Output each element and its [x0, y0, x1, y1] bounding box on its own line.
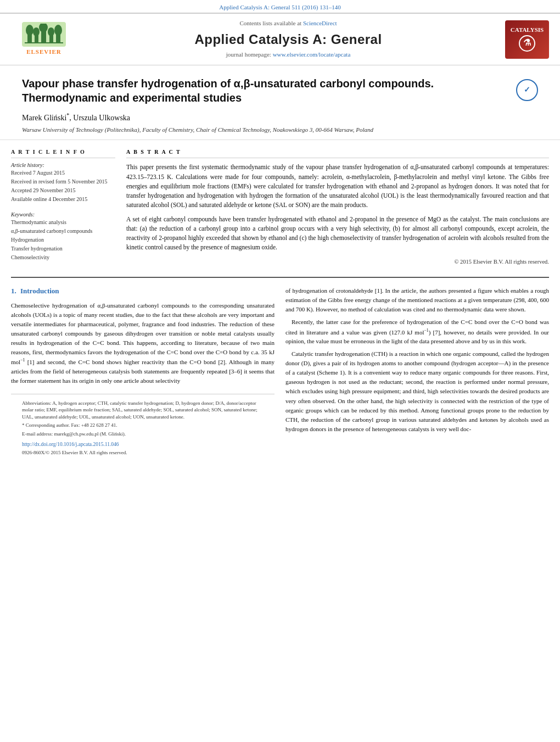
- article-affiliation: Warsaw University of Technology (Politec…: [22, 126, 538, 134]
- intro-para-1: Chemoselective hydrogenation of α,β-unsa…: [11, 301, 275, 386]
- elsevier-tree-icon: [22, 22, 66, 47]
- svg-rect-10: [25, 42, 63, 43]
- keyword-5: Chemoselectivity: [11, 254, 115, 261]
- keyword-4: Transfer hydrogenation: [11, 245, 115, 253]
- elsevier-logo: ELSEVIER: [11, 22, 77, 56]
- revised-date: Received in revised form 5 November 2015: [11, 178, 115, 186]
- article-info-column: A R T I C L E I N F O Article history: R…: [11, 148, 115, 266]
- accepted-date: Accepted 29 November 2015: [11, 187, 115, 194]
- article-title-section: Vapour phase transfer hydrogenation of α…: [0, 65, 560, 141]
- catalysis-circle-icon: ⚗: [519, 35, 535, 52]
- abstract-text: This paper presents the first systematic…: [126, 163, 549, 252]
- elsevier-text: ELSEVIER: [26, 48, 61, 56]
- crossmark-icon: ✓: [524, 85, 530, 96]
- catalysis-logo-area: CATALYSIS ⚗: [500, 20, 549, 59]
- keyword-2: α,β-unsaturated carbonyl compounds: [11, 227, 115, 235]
- keywords-section: Keywords: Thermodynamic analysis α,β-uns…: [11, 211, 115, 261]
- section-divider: [11, 277, 549, 278]
- elsevier-logo-area: ELSEVIER: [11, 22, 77, 56]
- svg-point-5: [39, 24, 48, 32]
- introduction-text: Chemoselective hydrogenation of α,β-unsa…: [11, 301, 275, 386]
- article-info-abstract: A R T I C L E I N F O Article history: R…: [0, 140, 560, 277]
- journal-ref-text: Applied Catalysis A: General 511 (2016) …: [219, 4, 340, 10]
- right-para-3: Catalytic transfer hydrogenation (CTH) i…: [285, 349, 549, 433]
- abstract-title: A B S T R A C T: [126, 148, 549, 158]
- email-footnote: E-mail address: marekg@ch.pw.edu.pl (M. …: [22, 431, 264, 438]
- main-content: 1. Introduction Chemoselective hydrogena…: [0, 286, 560, 459]
- article-authors: Marek Gliński*, Urszula Ulkowska: [22, 111, 538, 123]
- sciencedirect-link[interactable]: ScienceDirect: [303, 20, 337, 26]
- contents-link: Contents lists available at ScienceDirec…: [77, 19, 500, 27]
- copyright-text: © 2015 Elsevier B.V. All rights reserved…: [126, 258, 549, 266]
- contents-text: Contents lists available at: [239, 20, 301, 26]
- received-date: Received 7 August 2015: [11, 169, 115, 177]
- history-label: Article history:: [11, 161, 115, 169]
- journal-title: Applied Catalysis A: General: [77, 30, 500, 49]
- section-number: 1.: [11, 287, 16, 295]
- keyword-1: Thermodynamic analysis: [11, 219, 115, 226]
- homepage-line: journal homepage: www.elsevier.com/locat…: [77, 51, 500, 59]
- right-para-1: of hydrogenation of crotonaldehyde [1]. …: [285, 286, 549, 314]
- svg-point-1: [26, 25, 33, 36]
- journal-header: ELSEVIER Contents lists available at Sci…: [0, 13, 560, 65]
- article-title-row: Vapour phase transfer hydrogenation of α…: [22, 76, 538, 105]
- footer-section: Abbreviations: A, hydrogen acceptor; CTH…: [11, 394, 275, 459]
- doi-link[interactable]: http://dx.doi.org/10.1016/j.apcata.2015.…: [22, 441, 264, 448]
- svg-point-3: [33, 27, 40, 36]
- content-right-column: of hydrogenation of crotonaldehyde [1]. …: [285, 286, 549, 459]
- keyword-3: Hydrogenation: [11, 236, 115, 244]
- homepage-link[interactable]: www.elsevier.com/locate/apcata: [273, 51, 351, 58]
- keywords-label: Keywords:: [11, 211, 115, 219]
- high-selectivity-text: high: [428, 388, 439, 394]
- abstract-para-1: This paper presents the first systematic…: [126, 163, 549, 210]
- abstract-column: A B S T R A C T This paper presents the …: [126, 148, 549, 266]
- svg-point-7: [48, 27, 54, 36]
- crossmark-badge[interactable]: ✓: [516, 79, 538, 101]
- homepage-label: journal homepage:: [226, 51, 271, 58]
- available-date: Available online 4 December 2015: [11, 196, 115, 203]
- article-info-title: A R T I C L E I N F O: [11, 148, 115, 158]
- journal-title-area: Contents lists available at ScienceDirec…: [77, 19, 500, 59]
- introduction-right-text: of hydrogenation of crotonaldehyde [1]. …: [285, 286, 549, 433]
- abbreviations-footnote: Abbreviations: A, hydrogen acceptor; CTH…: [22, 400, 264, 421]
- footnotes: Abbreviations: A, hydrogen acceptor; CTH…: [22, 400, 264, 438]
- section-title-text: Introduction: [20, 287, 59, 295]
- article-title: Vapour phase transfer hydrogenation of α…: [22, 76, 516, 105]
- content-left-column: 1. Introduction Chemoselective hydrogena…: [11, 286, 275, 459]
- introduction-heading: 1. Introduction: [11, 286, 275, 296]
- journal-reference: Applied Catalysis A: General 511 (2016) …: [0, 0, 560, 13]
- abstract-para-2: A set of eight carbonyl compounds have b…: [126, 215, 549, 253]
- right-para-2: Recently, the latter case for the prefer…: [285, 317, 549, 346]
- issn-text: 0926-860X/© 2015 Elsevier B.V. All right…: [22, 449, 264, 456]
- catalysis-logo-text: CATALYSIS: [511, 26, 544, 34]
- catalysis-logo: CATALYSIS ⚗: [505, 20, 549, 59]
- corresponding-footnote: * Corresponding author. Fax: +48 22 628 …: [22, 422, 264, 429]
- svg-point-9: [54, 25, 62, 36]
